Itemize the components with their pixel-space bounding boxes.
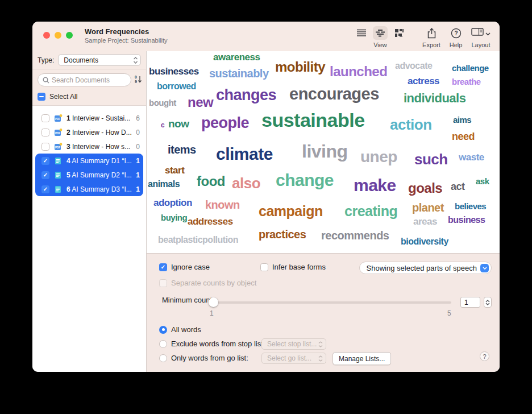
cloud-word-change[interactable]: change [276, 172, 334, 189]
cloud-word-recommends[interactable]: recommends [321, 230, 389, 241]
cloud-word-buying[interactable]: buying [161, 213, 187, 222]
cloud-word-new[interactable]: new [188, 96, 213, 109]
manage-lists-button[interactable]: Manage Lists... [332, 352, 391, 365]
document-checkbox[interactable] [41, 171, 49, 179]
document-row-3[interactable]: PDF3 Interview - How s...0 [35, 139, 143, 154]
zoom-button[interactable] [66, 32, 73, 39]
cloud-word-encourages[interactable]: encourages [289, 86, 379, 102]
word-cloud-view-icon[interactable] [373, 26, 388, 40]
list-view-icon[interactable] [354, 26, 369, 40]
cloud-word-awareness[interactable]: awareness [213, 52, 260, 62]
treemap-view-icon[interactable] [392, 26, 406, 40]
search-input[interactable]: Search Documents [38, 73, 131, 86]
select-all-checkbox[interactable] [38, 93, 45, 101]
document-row-2[interactable]: PDF2 Interview - How D...0 [35, 125, 143, 139]
cloud-word-climate[interactable]: climate [216, 146, 273, 163]
export-button[interactable]: Export [417, 26, 446, 48]
infer-base-forms-option[interactable]: Infer base forms [260, 263, 326, 271]
cloud-word-addresses[interactable]: addresses [188, 217, 233, 226]
cloud-word-items[interactable]: items [168, 144, 196, 155]
minimize-button[interactable] [55, 32, 61, 39]
layout-icon [471, 27, 484, 39]
all-words-radio[interactable] [159, 326, 167, 334]
cloud-word-businesses[interactable]: businesses [149, 67, 199, 76]
all-words-option[interactable]: All words [159, 325, 201, 334]
cloud-word-planet[interactable]: planet [412, 202, 444, 213]
document-checkbox[interactable] [41, 114, 49, 122]
cloud-word-practices[interactable]: practices [259, 229, 306, 240]
cloud-word-creating[interactable]: creating [344, 204, 397, 218]
cloud-word-aims[interactable]: aims [453, 115, 471, 124]
layout-button[interactable]: Layout [464, 26, 497, 48]
cloud-word-need[interactable]: need [452, 131, 475, 142]
cloud-word-known[interactable]: known [205, 199, 240, 210]
cloud-word-animals[interactable]: animals [148, 180, 180, 189]
document-checkbox[interactable] [41, 185, 49, 193]
minimum-count-stepper[interactable] [484, 297, 492, 308]
cloud-word-areas[interactable]: areas [413, 217, 437, 226]
document-row-1[interactable]: PDF1 Interview - Sustai...6 [35, 111, 143, 125]
cloud-word-act[interactable]: act [451, 181, 465, 192]
cloud-word-action[interactable]: action [390, 117, 432, 132]
panel-help-button[interactable]: ? [480, 351, 489, 361]
cloud-word-believes[interactable]: believes [455, 202, 486, 210]
only-go-list-option[interactable]: Only words from go list: [159, 354, 248, 362]
exclude-stop-list-radio[interactable] [159, 340, 167, 348]
cloud-word-borrowed[interactable]: borrowed [157, 82, 196, 91]
minimum-count-input[interactable]: 1 [460, 297, 480, 308]
cloud-word-start[interactable]: start [165, 165, 184, 175]
document-count: 1 [136, 185, 140, 193]
cloud-word-breathe[interactable]: breathe [452, 77, 481, 86]
type-select[interactable]: Documents [58, 54, 141, 66]
close-button[interactable] [43, 32, 50, 39]
document-checkbox[interactable] [41, 157, 49, 165]
cloud-word-unep[interactable]: unep [360, 149, 397, 165]
cloud-word-individuals[interactable]: individuals [404, 92, 466, 105]
go-list-select: Select go list... [261, 353, 326, 364]
sort-numeric-icon[interactable]: 09 [134, 74, 142, 86]
cloud-word-business[interactable]: business [448, 216, 485, 225]
cloud-word-food[interactable]: food [197, 175, 225, 188]
document-row-6[interactable]: 6 AI Summary D3 “I...1 [35, 182, 143, 196]
document-checkbox[interactable] [41, 129, 49, 136]
cloud-word-living[interactable]: living [302, 142, 348, 160]
cloud-word-challenge[interactable]: challenge [452, 64, 489, 72]
cloud-word-campaign[interactable]: campaign [259, 204, 323, 218]
cloud-word-launched[interactable]: launched [330, 65, 387, 78]
search-placeholder: Search Documents [52, 76, 110, 84]
cloud-word-now[interactable]: now [168, 118, 189, 129]
exclude-stop-list-option[interactable]: Exclude words from stop list: [159, 340, 265, 348]
cloud-word-advocate[interactable]: advocate [395, 61, 432, 71]
cloud-word-biodiversity[interactable]: biodiversity [401, 237, 448, 246]
document-checkbox[interactable] [41, 143, 49, 151]
minimum-count-slider[interactable] [210, 301, 451, 304]
ignore-case-checkbox[interactable] [159, 263, 167, 271]
cloud-word-people[interactable]: people [201, 115, 249, 131]
cloud-word-beatplasticpollution[interactable]: beatplasticpollution [158, 235, 238, 245]
cloud-word-sustainable[interactable]: sustainable [261, 110, 365, 130]
ignore-case-option[interactable]: Ignore case [159, 263, 210, 271]
document-row-4[interactable]: 4 AI Summary D1 “I...1 [35, 154, 143, 168]
cloud-word-changes[interactable]: changes [216, 88, 276, 103]
cloud-word-such[interactable]: such [414, 152, 448, 167]
cloud-word-waste[interactable]: waste [459, 152, 484, 162]
window-title: Word Frequencies [85, 27, 168, 36]
cloud-word-also[interactable]: also [232, 176, 260, 191]
document-row-5[interactable]: 5 AI Summary D2 “I...1 [35, 168, 143, 182]
cloud-word-ask[interactable]: ask [476, 177, 489, 185]
type-select-value: Documents [64, 56, 133, 64]
cloud-word-goals[interactable]: goals [408, 181, 442, 195]
cloud-word-actress[interactable]: actress [408, 76, 439, 86]
cloud-word-adoption[interactable]: adoption [153, 198, 192, 208]
document-count: 1 [136, 171, 140, 179]
parts-of-speech-button[interactable]: Showing selected parts of speech [359, 262, 492, 274]
window-titles: Word Frequencies Sample Project: Sustain… [85, 27, 168, 44]
only-go-list-radio[interactable] [159, 354, 167, 362]
cloud-word-c[interactable]: c [161, 122, 164, 129]
cloud-word-bought[interactable]: bought [149, 98, 176, 107]
cloud-word-mobility[interactable]: mobility [275, 60, 325, 74]
cloud-word-make[interactable]: make [354, 177, 396, 194]
infer-base-forms-checkbox[interactable] [260, 263, 268, 271]
cloud-word-sustainably[interactable]: sustainably [209, 68, 269, 79]
slider-thumb[interactable] [209, 297, 218, 307]
